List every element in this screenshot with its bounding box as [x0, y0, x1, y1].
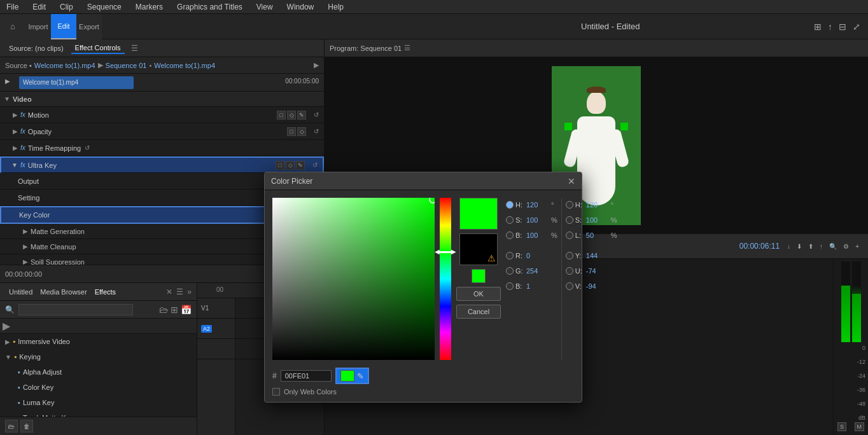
opacity-reset[interactable]: ↺ — [314, 128, 319, 135]
menu-markers[interactable]: Markers — [133, 1, 165, 13]
s-radio-right[interactable] — [566, 216, 573, 224]
color-key-item[interactable]: ▪ Color Key — [0, 380, 197, 395]
motion-eyedrop[interactable]: ✎ — [297, 111, 306, 120]
s-radio-left[interactable] — [506, 216, 514, 224]
color-gradient-area[interactable] — [272, 198, 435, 360]
source-tab[interactable]: Source: (no clips) — [5, 43, 67, 53]
ultra-key-eyedrop[interactable]: ✎ — [296, 161, 305, 170]
u-radio[interactable] — [566, 267, 573, 275]
cancel-button[interactable]: Cancel — [456, 305, 501, 319]
delete-btn[interactable]: 🗑 — [20, 420, 33, 432]
motion-row[interactable]: ▶ fx Motion □ ◇ ✎ ↺ — [0, 107, 324, 123]
keying-item[interactable]: ▼ ▪ Keying — [0, 349, 197, 364]
nav-import[interactable]: ⌂ — [0, 14, 25, 39]
resize-icon[interactable]: ⤢ — [853, 22, 860, 32]
export-icon[interactable]: ↑ — [828, 22, 832, 32]
effects-expand-icon[interactable]: » — [187, 287, 192, 296]
reset-meter-btn[interactable]: S — [837, 422, 846, 431]
source-clip-name[interactable]: Welcome to(1).mp4 — [34, 62, 95, 69]
menu-edit[interactable]: Edit — [30, 1, 48, 13]
hue-slider[interactable] — [440, 198, 451, 360]
time-remap-expand[interactable]: ▶ — [13, 144, 18, 151]
nav-import-label[interactable]: Import — [25, 14, 51, 39]
menu-file[interactable]: File — [4, 1, 21, 13]
menu-view[interactable]: View — [254, 1, 276, 13]
r-radio[interactable] — [506, 252, 514, 259]
extract-btn[interactable]: ↑ — [817, 240, 825, 252]
matte-gen-expand[interactable]: ▶ — [23, 228, 28, 235]
b2-radio[interactable] — [506, 282, 514, 290]
dialog-close-btn[interactable]: ✕ — [568, 176, 575, 186]
menu-graphics[interactable]: Graphics and Titles — [174, 1, 245, 13]
effect-controls-tab[interactable]: Effect Controls — [71, 43, 125, 54]
menu-sequence[interactable]: Sequence — [85, 1, 124, 13]
spill-expand[interactable]: ▶ — [23, 258, 28, 265]
effects-search-input[interactable] — [18, 304, 133, 315]
effects-close-btn[interactable]: ✕ — [166, 287, 172, 296]
nav-edit-label[interactable]: Edit — [51, 14, 76, 39]
new-bin-btn[interactable]: 🗁 — [5, 420, 18, 432]
sequence-name[interactable]: Sequence 01 — [106, 62, 147, 69]
immersive-expand[interactable]: ▶ — [5, 338, 10, 345]
clip-name[interactable]: Welcome to(1).mp4 — [154, 62, 215, 69]
effects-tab[interactable]: Effects — [91, 287, 120, 297]
motion-reset[interactable]: ↺ — [314, 111, 319, 118]
time-remap-reset[interactable]: ↺ — [85, 144, 90, 151]
g-radio[interactable] — [506, 267, 514, 275]
motion-toggle-2[interactable]: ◇ — [287, 111, 296, 120]
hex-eyedropper[interactable]: ✎ — [357, 371, 364, 381]
y-radio[interactable] — [566, 252, 573, 259]
immersive-video-item[interactable]: ▶ ▪ Immersive Video — [0, 334, 197, 349]
ok-button[interactable]: OK — [456, 287, 501, 301]
new-folder-icon[interactable]: 🗁 — [159, 305, 168, 315]
keying-expand[interactable]: ▼ — [5, 354, 11, 361]
calendar-icon[interactable]: 📅 — [181, 305, 192, 315]
v-radio[interactable] — [566, 282, 573, 290]
effects-menu-icon[interactable]: ☰ — [176, 287, 183, 296]
motion-toggle-1[interactable]: □ — [277, 111, 286, 120]
nav-export-label[interactable]: Export — [76, 14, 102, 39]
ultra-key-toggle-2[interactable]: ◇ — [286, 161, 295, 170]
opacity-toggle-1[interactable]: □ — [287, 127, 296, 136]
path-navigate-icon[interactable]: ▶ — [314, 61, 319, 69]
meter-settings-btn[interactable]: M — [855, 422, 865, 431]
untitled-tab[interactable]: Untitled — [5, 287, 36, 297]
track-matte-item[interactable]: ▪ Track Matte Key — [0, 410, 197, 417]
motion-expand[interactable]: ▶ — [13, 111, 18, 118]
opacity-row[interactable]: ▶ fx Opacity □ ◇ ↺ — [0, 123, 324, 140]
gradient-canvas[interactable] — [272, 198, 435, 360]
l-radio[interactable] — [566, 231, 573, 239]
h-radio-left[interactable] — [506, 201, 514, 209]
media-browser-tab[interactable]: Media Browser — [36, 287, 90, 297]
alpha-adjust-item[interactable]: ▪ Alpha Adjust — [0, 364, 197, 380]
matte-clean-expand[interactable]: ▶ — [23, 243, 28, 250]
fullscreen-icon[interactable]: ⊞ — [814, 22, 822, 32]
hex-input[interactable] — [281, 370, 332, 382]
zoom-btn[interactable]: 🔍 — [827, 240, 839, 252]
web-colors-checkbox[interactable] — [272, 388, 280, 396]
panel-menu-icon[interactable]: ☰ — [131, 44, 138, 53]
time-remap-row[interactable]: ▶ fx Time Remapping ↺ — [0, 140, 324, 156]
effects-select-tool[interactable]: ▶ — [3, 320, 10, 332]
settings-icon[interactable]: ⊟ — [839, 22, 846, 32]
ultra-key-row[interactable]: ▼ fx Ultra Key □ ◇ ✎ ↺ — [0, 156, 324, 173]
ultra-key-toggle-1[interactable]: □ — [276, 161, 284, 170]
ultra-key-expand[interactable]: ▼ — [11, 162, 18, 169]
menu-clip[interactable]: Clip — [57, 1, 76, 13]
lift-btn[interactable]: ⬆ — [806, 240, 816, 252]
program-menu-icon[interactable]: ☰ — [404, 44, 410, 52]
video-expand-arrow[interactable]: ▼ — [4, 95, 10, 102]
add-btn[interactable]: + — [853, 240, 862, 252]
menu-window[interactable]: Window — [284, 1, 317, 13]
b-radio-left[interactable] — [506, 231, 514, 239]
opacity-expand[interactable]: ▶ — [13, 128, 18, 135]
overwrite-btn[interactable]: ⬇ — [794, 240, 804, 252]
list-icon[interactable]: ⊞ — [171, 305, 178, 315]
opacity-toggle-2[interactable]: ◇ — [297, 127, 306, 136]
h-radio-right[interactable] — [566, 201, 573, 209]
ultra-key-reset[interactable]: ↺ — [312, 162, 318, 169]
settings-ctrl-btn[interactable]: ⚙ — [841, 240, 851, 252]
luma-key-item[interactable]: ▪ Luma Key — [0, 395, 197, 410]
insert-btn[interactable]: ↓ — [785, 240, 793, 252]
menu-help[interactable]: Help — [325, 1, 346, 13]
